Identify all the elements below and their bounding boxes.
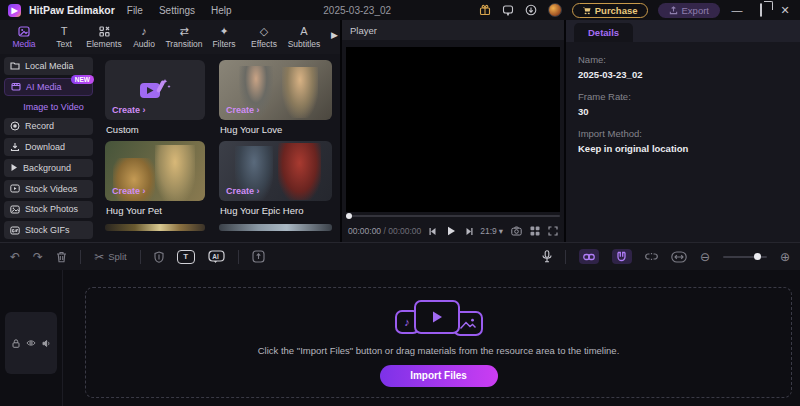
download-center-icon[interactable] <box>525 4 538 17</box>
sidebar-item-stock-gifs[interactable]: Stock GIFs <box>4 221 93 239</box>
tab-elements[interactable]: Elements <box>84 26 124 49</box>
tab-transition-label: Transition <box>165 39 202 49</box>
tab-media[interactable]: Media <box>4 26 44 49</box>
magic-video-icon <box>138 77 172 103</box>
sidebar-item-stock-photos[interactable]: Stock Photos <box>4 201 93 219</box>
sidebar-item-record[interactable]: Record <box>4 118 93 136</box>
mute-icon[interactable] <box>42 339 51 348</box>
link-toggle[interactable] <box>579 249 599 264</box>
app-logo-icon: ▶ <box>8 4 21 17</box>
zoom-in-button[interactable]: ⊕ <box>780 250 790 264</box>
sidebar-item-stock-videos[interactable]: Stock Videos <box>4 180 93 198</box>
partial-card-row[interactable] <box>105 224 205 231</box>
player-panel: Player 00:00:00 / 00:00:00 21:9▾ <box>342 20 564 242</box>
prev-frame-button[interactable] <box>428 227 437 236</box>
feedback-icon[interactable] <box>502 4 515 17</box>
sidebar-item-ai-media[interactable]: AI Media NEW <box>4 78 93 96</box>
tab-subtitles[interactable]: A Subtitles <box>284 26 324 49</box>
details-panel: Details Name: 2025-03-23_02 Frame Rate: … <box>566 20 800 242</box>
scrubber-handle[interactable] <box>346 213 352 219</box>
close-button[interactable]: ✕ <box>778 4 792 17</box>
add-text-button[interactable]: T <box>177 250 195 264</box>
create-link[interactable]: Create › <box>112 186 146 196</box>
unlink-button[interactable] <box>645 252 658 261</box>
import-files-button[interactable]: Import Files <box>380 365 498 387</box>
purchase-label: Purchase <box>595 5 638 16</box>
app-name: HitPaw Edimakor <box>29 4 115 16</box>
current-time: 00:00:00 <box>348 226 381 236</box>
template-card-hug-your-epic-hero[interactable]: Create › Hug Your Epic Hero <box>219 141 332 218</box>
minimize-button[interactable]: — <box>730 4 744 16</box>
template-card-hug-your-pet[interactable]: Create › Hug Your Pet <box>105 141 205 218</box>
undo-button[interactable]: ↶ <box>10 250 20 264</box>
tab-effects[interactable]: ◇ Effects <box>244 26 284 49</box>
eye-icon[interactable] <box>26 339 36 347</box>
tab-text[interactable]: T Text <box>44 26 84 49</box>
voiceover-button[interactable] <box>542 250 552 263</box>
sidebar-item-label: Record <box>25 121 54 131</box>
ai-subtitle-button[interactable]: AI <box>208 250 225 264</box>
folder-icon <box>10 61 20 70</box>
tab-filters-label: Filters <box>212 39 235 49</box>
menu-help[interactable]: Help <box>207 5 236 16</box>
timeline-dropzone[interactable]: ♪ Click the "Import Files" button or dra… <box>85 287 792 398</box>
template-card-hug-your-love[interactable]: Create › Hug Your Love <box>219 60 332 137</box>
scrubber-track[interactable] <box>346 215 560 217</box>
sidebar-item-image-to-video[interactable]: Image to Video <box>4 99 93 115</box>
delete-button[interactable] <box>56 251 67 263</box>
gift-icon[interactable] <box>479 4 492 17</box>
snapshot-icon[interactable] <box>511 226 522 236</box>
sidebar-item-background[interactable]: Background <box>4 159 93 177</box>
tab-filters[interactable]: ✦ Filters <box>204 26 244 49</box>
timeline-zoom-slider[interactable] <box>723 256 767 258</box>
player-scrubber[interactable] <box>342 212 564 220</box>
menu-settings[interactable]: Settings <box>155 5 199 16</box>
redo-button[interactable]: ↷ <box>33 250 43 264</box>
hug-your-pet-thumbnail: Create › <box>105 141 205 201</box>
restore-button[interactable] <box>754 4 768 16</box>
partial-card-row[interactable] <box>219 224 332 231</box>
cart-icon <box>582 6 591 15</box>
toolbar-divider <box>238 250 239 264</box>
snap-toggle[interactable] <box>612 249 632 264</box>
menu-file[interactable]: File <box>123 5 147 16</box>
sidebar-item-local-media[interactable]: Local Media <box>4 57 93 75</box>
export-clip-button[interactable] <box>252 250 265 263</box>
tab-text-label: Text <box>56 39 72 49</box>
lock-icon[interactable] <box>12 339 20 348</box>
tab-audio[interactable]: ♪ Audio <box>124 26 164 49</box>
player-header: Player <box>342 20 564 40</box>
split-button[interactable]: ✂Split <box>94 250 127 264</box>
tab-transition[interactable]: ⇄ Transition <box>164 26 204 49</box>
fullscreen-icon[interactable] <box>548 226 558 236</box>
track-header <box>5 312 57 374</box>
tabbar-more-icon[interactable]: ▶ <box>331 30 338 40</box>
field-label: Import Method: <box>578 128 788 139</box>
card-title: Hug Your Epic Hero <box>219 201 332 218</box>
aspect-ratio-dropdown[interactable]: 21:9▾ <box>480 226 503 236</box>
split-screen-icon[interactable] <box>530 226 540 236</box>
play-button[interactable] <box>446 226 456 236</box>
card-title: Hug Your Pet <box>105 201 205 218</box>
sidebar-item-download[interactable]: Download <box>4 138 93 156</box>
resource-tabbar: Media T Text Elements ♪ Audio ⇄ Transiti… <box>0 20 340 54</box>
video-viewport[interactable] <box>346 47 560 212</box>
ripple-edit-button[interactable] <box>671 251 687 263</box>
auto-ripple-icon <box>671 251 687 263</box>
next-frame-button[interactable] <box>465 227 474 236</box>
freeze-frame-button[interactable] <box>154 251 164 263</box>
user-avatar[interactable] <box>548 3 562 17</box>
link-icon <box>583 253 595 261</box>
template-card-custom[interactable]: Create › Custom <box>105 60 205 137</box>
create-link[interactable]: Create › <box>226 105 260 115</box>
resource-body: Local Media AI Media NEW Image to Video … <box>0 54 340 242</box>
main-area: Media T Text Elements ♪ Audio ⇄ Transiti… <box>0 20 800 242</box>
export-button[interactable]: Export <box>658 3 720 18</box>
zoom-slider-handle[interactable] <box>754 253 761 260</box>
svg-text:AI: AI <box>212 252 219 259</box>
tab-details[interactable]: Details <box>574 23 633 42</box>
create-link[interactable]: Create › <box>112 105 146 115</box>
zoom-out-button[interactable]: ⊖ <box>700 250 710 264</box>
purchase-button[interactable]: Purchase <box>572 3 648 18</box>
create-link[interactable]: Create › <box>226 186 260 196</box>
